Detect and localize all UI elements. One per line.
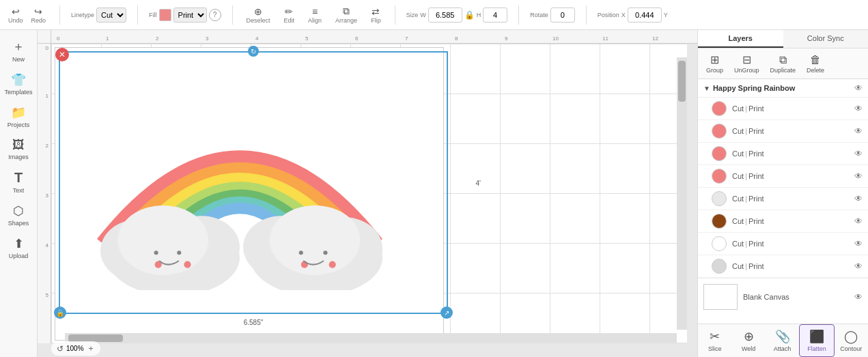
deselect-label: Deselect — [247, 17, 270, 24]
sidebar-item-upload[interactable]: ⬆ Upload — [1, 232, 36, 263]
cut-link[interactable]: Cut — [732, 104, 744, 113]
sidebar-item-text[interactable]: T Text — [1, 166, 36, 198]
linetype-select[interactable]: Cut — [96, 8, 126, 23]
fill-color-swatch[interactable] — [159, 9, 171, 21]
zoom-refresh-button[interactable]: ↺ — [57, 344, 64, 354]
rotate-input[interactable] — [550, 8, 575, 23]
print-link[interactable]: Print — [748, 104, 764, 113]
lock-handle[interactable]: 🔒 — [54, 306, 66, 319]
tab-color-sync[interactable]: Color Sync — [783, 30, 869, 48]
print-link[interactable]: Print — [748, 149, 764, 158]
layer-item: Cut | Print 👁 — [698, 188, 868, 210]
main-toolbar: ↩ Undo ↪ Redo Linetype Cut Fill Print ? … — [0, 0, 868, 30]
layer-actions: Cut | Print — [732, 127, 854, 135]
redo-button[interactable]: ↪ Redo — [29, 5, 49, 25]
cut-link[interactable]: Cut — [732, 217, 744, 225]
delete-icon: 🗑 — [810, 54, 821, 66]
layer-color-swatch[interactable] — [712, 124, 727, 139]
attach-button[interactable]: 📎 Attach — [766, 325, 799, 356]
sidebar-item-projects[interactable]: 📁 Projects — [1, 101, 36, 132]
fill-select[interactable]: Print — [173, 8, 207, 23]
delete-label: Delete — [807, 67, 824, 74]
cut-link[interactable]: Cut — [732, 127, 744, 135]
resize-handle-br[interactable]: ↗ — [440, 306, 453, 319]
contour-label: Contour — [840, 345, 862, 352]
rotate-handle-top[interactable]: ↻ — [248, 46, 259, 57]
print-link[interactable]: Print — [748, 127, 764, 135]
canvas-area: 0 1 2 3 4 5 6 7 8 9 10 11 12 0 1 2 3 4 5 — [38, 30, 697, 357]
align-icon: ≡ — [312, 6, 318, 17]
blank-canvas-visibility-icon[interactable]: 👁 — [854, 292, 863, 302]
sidebar-item-images[interactable]: 🖼 Images — [1, 134, 36, 165]
canvas-viewport: ✕ ↻ 🔒 ↗ 6.585" 4' — [51, 44, 687, 343]
edit-button[interactable]: ✏ Edit — [281, 5, 298, 25]
flatten-button[interactable]: ⬛ Flatten — [799, 324, 834, 357]
layer-visibility-icon[interactable]: 👁 — [854, 104, 863, 113]
layer-color-swatch[interactable] — [712, 214, 727, 229]
scrollbar-horizontal[interactable] — [65, 333, 677, 343]
layer-color-swatch[interactable] — [712, 191, 727, 206]
cut-link[interactable]: Cut — [732, 195, 744, 203]
panel-toolbar: ⊞ Group ⊟ UnGroup ⧉ Duplicate 🗑 Delete — [698, 48, 868, 79]
weld-button[interactable]: ⊕ Weld — [731, 325, 765, 356]
ruler-left: 0 1 2 3 4 5 6 — [38, 44, 51, 343]
dimension-label: 6.585" — [244, 319, 264, 326]
print-link[interactable]: Print — [748, 240, 764, 248]
svg-point-7 — [177, 251, 181, 255]
cut-link[interactable]: Cut — [732, 172, 744, 180]
separator-3 — [232, 5, 233, 25]
print-link[interactable]: Print — [748, 195, 764, 203]
size-w-input[interactable] — [428, 8, 462, 23]
layer-visibility-icon[interactable]: 👁 — [854, 171, 863, 181]
fill-help-button[interactable]: ? — [209, 9, 221, 21]
sidebar-item-new-label: New — [12, 56, 25, 63]
size-h-input[interactable] — [483, 8, 507, 23]
sidebar-item-new[interactable]: ＋ New — [1, 34, 36, 67]
layer-color-swatch[interactable] — [712, 169, 727, 184]
sidebar-item-templates[interactable]: 👕 Templates — [1, 68, 36, 100]
layer-color-swatch[interactable] — [712, 259, 727, 274]
print-link[interactable]: Print — [748, 262, 764, 270]
layer-color-swatch[interactable] — [712, 146, 727, 161]
cut-link[interactable]: Cut — [732, 262, 744, 270]
flip-icon: ⇄ — [372, 6, 380, 17]
undo-label: Undo — [8, 17, 23, 24]
layer-visibility-icon[interactable]: 👁 — [854, 194, 863, 203]
layer-item: Cut | Print 👁 — [698, 98, 868, 120]
layer-visibility-icon[interactable]: 👁 — [854, 239, 863, 248]
layer-group-header[interactable]: ▼ Happy Spring Rainbow 👁 — [698, 79, 868, 98]
cut-link[interactable]: Cut — [732, 240, 744, 248]
position-x-input[interactable] — [628, 8, 662, 23]
align-button[interactable]: ≡ Align — [305, 5, 324, 25]
undo-redo-group: ↩ Undo ↪ Redo — [5, 5, 48, 25]
duplicate-button[interactable]: ⧉ Duplicate — [766, 52, 800, 76]
ungroup-button[interactable]: ⊟ UnGroup — [730, 51, 764, 76]
undo-button[interactable]: ↩ Undo — [5, 5, 26, 25]
group-visibility-icon[interactable]: 👁 — [854, 83, 863, 93]
deselect-button[interactable]: ⊕ Deselect — [244, 5, 273, 25]
arrange-button[interactable]: ⧉ Arrange — [333, 4, 360, 25]
blank-canvas-row: Blank Canvas 👁 — [698, 278, 868, 315]
slice-button[interactable]: ✂ Slice — [698, 325, 731, 356]
ungroup-icon: ⊟ — [742, 53, 751, 66]
layer-color-swatch[interactable] — [712, 236, 727, 251]
layer-visibility-icon[interactable]: 👁 — [854, 149, 863, 158]
layer-visibility-icon[interactable]: 👁 — [854, 126, 863, 136]
scroll-thumb-vertical[interactable] — [678, 61, 686, 102]
print-link[interactable]: Print — [748, 217, 764, 225]
delete-button[interactable]: 🗑 Delete — [802, 52, 828, 76]
layer-color-swatch[interactable] — [712, 101, 727, 116]
sidebar-item-shapes[interactable]: ⬡ Shapes — [1, 199, 36, 231]
flip-button[interactable]: ⇄ Flip — [368, 5, 384, 25]
tab-layers[interactable]: Layers — [698, 30, 783, 48]
contour-button[interactable]: ◯ Contour — [835, 325, 868, 356]
layer-visibility-icon[interactable]: 👁 — [854, 261, 863, 271]
position-label: 4' — [476, 179, 481, 186]
group-button[interactable]: ⊞ Group — [702, 51, 727, 76]
scrollbar-vertical[interactable] — [677, 57, 687, 330]
cut-link[interactable]: Cut — [732, 149, 744, 158]
layer-visibility-icon[interactable]: 👁 — [854, 216, 863, 226]
arrange-icon: ⧉ — [343, 5, 350, 17]
zoom-in-button[interactable]: ＋ — [87, 343, 95, 354]
print-link[interactable]: Print — [748, 172, 764, 180]
